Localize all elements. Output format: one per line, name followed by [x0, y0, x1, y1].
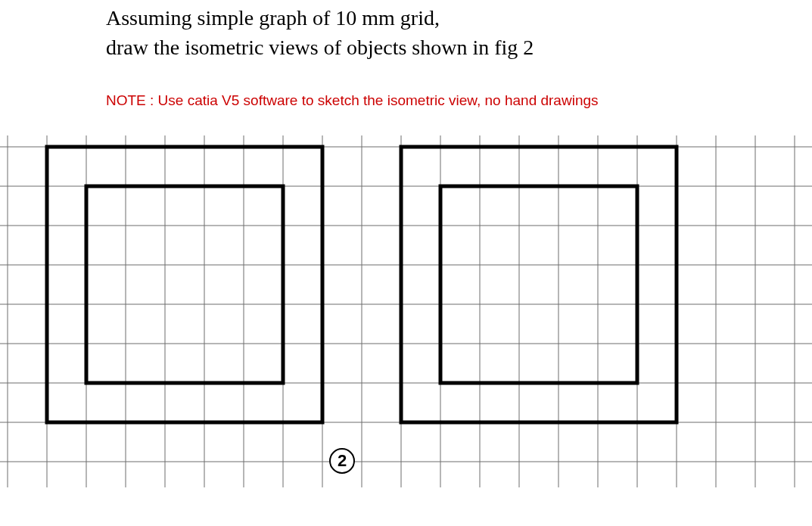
- drawing-area: 2: [0, 124, 812, 487]
- side-view-inner: [440, 186, 637, 383]
- note-text: NOTE : Use catia V5 software to sketch t…: [106, 92, 812, 109]
- front-view-inner: [86, 186, 283, 383]
- prompt-line-2: draw the isometric views of objects show…: [106, 33, 812, 62]
- prompt-line-1: Assuming simple graph of 10 mm grid,: [106, 3, 812, 33]
- front-view-outer: [47, 147, 322, 422]
- orthographic-drawing: [0, 124, 812, 487]
- side-view-outer: [401, 147, 677, 422]
